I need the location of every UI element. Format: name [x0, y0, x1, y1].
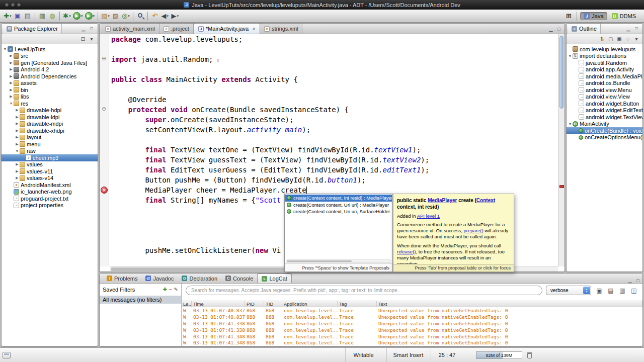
- perspective-ddms[interactable]: DDDMS: [608, 12, 639, 20]
- forward-button[interactable]: ▶▾: [170, 11, 180, 22]
- code-line[interactable]: setContentView(R.layout.activity_main);: [111, 125, 558, 135]
- disclosure-right-icon[interactable]: ▶: [15, 129, 20, 133]
- tree-item-import-declarations[interactable]: ▼⇅import declarations: [567, 53, 642, 60]
- javadoc-link[interactable]: Context: [476, 198, 495, 203]
- javadoc-link[interactable]: release(): [397, 249, 416, 254]
- maximize-view-button[interactable]: □: [635, 278, 641, 283]
- code-line[interactable]: public class MainActivity extends Activi…: [111, 74, 558, 84]
- tree-item-raw[interactable]: ▼raw: [2, 148, 98, 155]
- code-line[interactable]: super.onCreate(savedInstanceState);: [111, 115, 558, 125]
- tab-console[interactable]: CConsole: [221, 274, 257, 283]
- disclosure-right-icon[interactable]: ▶: [15, 115, 20, 119]
- tree-item-android-media-mediaplayer[interactable]: →android.media.MediaPlayer: [567, 73, 642, 80]
- tree-item-project-properties[interactable]: ≡project.properties: [2, 202, 98, 209]
- column-header-tid[interactable]: TID: [264, 301, 282, 307]
- log-level-dropdown[interactable]: verbose ▴ ▾: [546, 286, 591, 295]
- popup-scrollbar-thumb[interactable]: [287, 260, 352, 262]
- print-button[interactable]: ▤: [23, 11, 33, 22]
- tree-item-android-widget-textview[interactable]: →android.widget.TextView: [567, 114, 642, 121]
- code-line[interactable]: import java.util.Random; ▯: [111, 54, 558, 64]
- new-java-project-button[interactable]: ▧▾: [100, 11, 111, 22]
- remove-filter-button[interactable]: −: [169, 287, 172, 292]
- collapse-marker-icon[interactable]: ⊖: [102, 56, 106, 61]
- column-header-pid[interactable]: PID: [245, 301, 264, 307]
- tab-mainactivity-java[interactable]: J*MainActivity.java✕: [194, 23, 260, 34]
- maximize-view-button[interactable]: □: [89, 26, 95, 31]
- code-line[interactable]: [111, 135, 558, 145]
- code-line[interactable]: @Override: [111, 95, 558, 105]
- logcat-row[interactable]: W03-13 01:07:40.837868868com.levelup.lev…: [182, 307, 642, 314]
- column-header-application[interactable]: Application: [282, 301, 338, 307]
- pause-log-button[interactable]: ▥: [618, 286, 627, 295]
- minimize-view-button[interactable]: ▁: [548, 27, 554, 32]
- tree-item-layout[interactable]: ▶layout: [2, 134, 98, 141]
- minimize-view-button[interactable]: ▁: [80, 26, 87, 31]
- tree-item-android-view-menu[interactable]: →android.view.Menu: [567, 86, 642, 94]
- maximize-view-button[interactable]: □: [556, 27, 562, 32]
- tree-item-proguard-project-txt[interactable]: ≡proguard-project.txt: [2, 195, 98, 202]
- tree-item-values-v11[interactable]: ▶values-v11: [2, 168, 98, 175]
- new-class-button[interactable]: ◎▾: [121, 11, 131, 22]
- run-garbage-collector-button[interactable]: [527, 353, 532, 358]
- collapse-marker-icon[interactable]: ⊖: [102, 106, 106, 112]
- external-tools-button[interactable]: ▶▾: [84, 11, 96, 22]
- disclosure-down-icon[interactable]: ▼: [9, 102, 14, 105]
- tab-problems[interactable]: !Problems: [103, 274, 141, 283]
- tree-item-drawable-xhdpi[interactable]: ▶drawable-xhdpi: [2, 127, 98, 134]
- tree-item-libs[interactable]: ▶libs: [2, 94, 98, 101]
- perspective-java[interactable]: JJava: [580, 12, 607, 20]
- code-line[interactable]: final TextView guessText = (TextView) fi…: [111, 155, 558, 165]
- minimize-window-button[interactable]: [11, 3, 15, 7]
- tree-item-mainactivity[interactable]: ▼CMainActivity: [567, 121, 642, 128]
- code-line[interactable]: [111, 64, 558, 74]
- new-wizard-button[interactable]: ✚▾: [3, 11, 13, 22]
- disclosure-right-icon[interactable]: ▶: [9, 88, 14, 92]
- debug-button[interactable]: ✱▾: [62, 11, 72, 22]
- tree-item-drawable-hdpi[interactable]: ▶drawable-hdpi: [2, 107, 98, 114]
- horizontal-scrollbar-thumb[interactable]: [111, 267, 299, 271]
- minimized-views-tray[interactable]: [3, 352, 11, 358]
- javadoc-link[interactable]: MediaPlayer: [428, 198, 457, 203]
- avd-manager-button[interactable]: ◍: [47, 11, 57, 22]
- close-tab-icon[interactable]: ✕: [252, 27, 256, 31]
- tree-item-androidmanifest-xml[interactable]: xAndroidManifest.xml: [2, 182, 98, 189]
- sort-button[interactable]: ⇅: [599, 36, 605, 42]
- tree-item-android-view-view[interactable]: →android.view.View: [567, 94, 642, 101]
- add-filter-button[interactable]: ✚: [163, 287, 167, 292]
- tree-item-src[interactable]: ▶src: [2, 53, 98, 60]
- tree-item-android-widget-edittext[interactable]: →android.widget.EditText: [567, 107, 642, 114]
- error-marker-icon[interactable]: ✕: [101, 187, 108, 194]
- column-header-text[interactable]: Text: [377, 301, 642, 307]
- tree-item-menu[interactable]: ▶menu: [2, 141, 98, 148]
- code-line[interactable]: final TextView textOne = (TextView) find…: [111, 145, 558, 155]
- disclosure-down-icon[interactable]: ▼: [568, 122, 573, 126]
- run-button[interactable]: ▶▾: [72, 11, 84, 22]
- tree-item-android-widget-button[interactable]: →android.widget.Button: [567, 100, 642, 107]
- logcat-row[interactable]: W03-13 01:07:40.837868868com.levelup.lev…: [182, 314, 642, 320]
- display-settings-button[interactable]: ◫: [629, 286, 638, 295]
- logcat-search-input[interactable]: [186, 286, 542, 295]
- popup-horizontal-scrollbar[interactable]: [286, 259, 391, 263]
- disclosure-right-icon[interactable]: ▶: [9, 81, 14, 85]
- tab-project[interactable]: ≡.project: [159, 24, 194, 34]
- search-button[interactable]: [135, 11, 145, 22]
- code-line[interactable]: Button pushMe = (Button) findViewById(R.…: [111, 175, 558, 185]
- logcat-row[interactable]: W03-13 01:07:41.338868868com.levelup.lev…: [182, 320, 642, 327]
- tab-declaration[interactable]: DDeclaration: [178, 274, 221, 283]
- autocomplete-item[interactable]: create(Context context, int resid) : Med…: [285, 195, 392, 202]
- view-menu-button[interactable]: ▾: [89, 36, 95, 42]
- save-log-button[interactable]: ▣: [595, 286, 604, 295]
- tree-item-com-levelup-leveluputs[interactable]: com.levelup.leveluputs: [567, 46, 642, 53]
- tree-item-gen-generated-java-files[interactable]: ▶gen [Generated Java Files]: [2, 59, 98, 66]
- tree-item-android-os-bundle[interactable]: →android.os.Bundle: [567, 80, 642, 87]
- disclosure-right-icon[interactable]: ▶: [9, 61, 14, 65]
- tree-item-android-4-2[interactable]: ▶Android 4.2: [2, 66, 98, 73]
- javadoc-link[interactable]: prepare(): [464, 228, 484, 233]
- android-sdk-manager-button[interactable]: ▦: [37, 11, 47, 22]
- clear-log-button[interactable]: ▤: [606, 286, 615, 295]
- tree-item-res[interactable]: ▼res: [2, 100, 98, 107]
- logcat-row[interactable]: W03-13 01:07:41.338868868com.levelup.lev…: [182, 327, 642, 333]
- tab-strings-xml[interactable]: xstrings.xml: [260, 24, 303, 34]
- tree-item-bin[interactable]: ▶bin: [2, 86, 98, 94]
- minimize-view-button[interactable]: ▁: [627, 278, 633, 283]
